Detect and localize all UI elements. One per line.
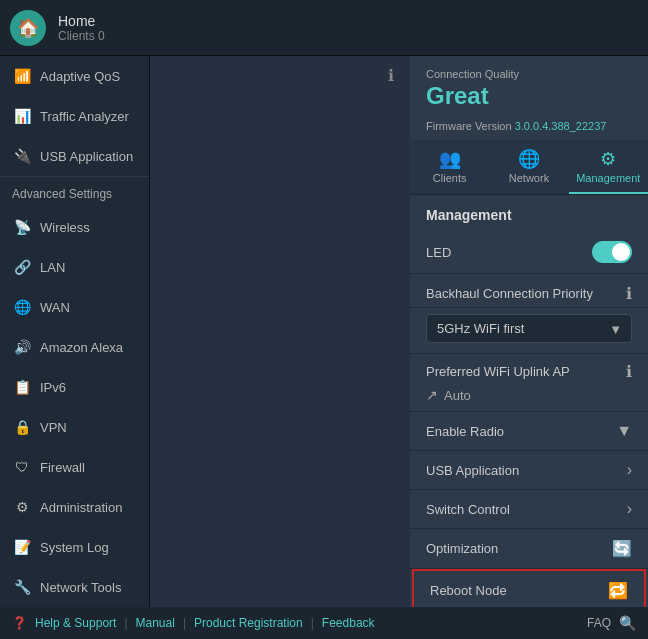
reboot-node-row[interactable]: Reboot Node 🔁	[412, 569, 646, 607]
ipv6-icon: 📋	[12, 377, 32, 397]
sidebar-item-traffic-analyzer[interactable]: 📊 Traffic Analyzer	[0, 96, 149, 136]
optimization-row[interactable]: Optimization 🔄	[410, 529, 648, 569]
footer-left: ❓ Help & Support | Manual | Product Regi…	[12, 616, 375, 630]
backhaul-dropdown-row: 5GHz WiFi first 2.4GHz WiFi first Ethern…	[410, 308, 648, 354]
enable-radio-chevron: ▼	[616, 422, 632, 440]
led-label: LED	[426, 245, 451, 260]
traffic-analyzer-icon: 📊	[12, 106, 32, 126]
backhaul-dropdown-wrapper: 5GHz WiFi first 2.4GHz WiFi first Ethern…	[426, 314, 632, 343]
firmware-label: Firmware Version	[426, 120, 512, 132]
preferred-wifi-section: Preferred WiFi Uplink AP ℹ ↗ Auto	[410, 354, 648, 412]
sidebar-item-amazon-alexa[interactable]: 🔊 Amazon Alexa	[0, 327, 149, 367]
enable-radio-row[interactable]: Enable Radio ▼	[410, 412, 648, 451]
tab-management[interactable]: ⚙ Management	[569, 140, 648, 194]
adaptive-qos-icon: 📶	[12, 66, 32, 86]
firewall-icon: 🛡	[12, 457, 32, 477]
connection-quality: Connection Quality Great	[410, 56, 648, 120]
sidebar-item-system-log[interactable]: 📝 System Log	[0, 527, 149, 567]
sidebar-label-wan: WAN	[40, 300, 70, 315]
wireless-icon: 📡	[12, 217, 32, 237]
info-icon[interactable]: ℹ	[388, 66, 394, 85]
sidebar-label-firewall: Firewall	[40, 460, 85, 475]
sidebar-item-vpn[interactable]: 🔒 VPN	[0, 407, 149, 447]
sidebar-label-ipv6: IPv6	[40, 380, 66, 395]
clients-tab-icon: 👥	[414, 148, 485, 170]
external-link-icon: ↗	[426, 387, 438, 403]
optimization-label: Optimization	[426, 541, 498, 556]
led-row[interactable]: LED	[410, 231, 648, 274]
enable-radio-label: Enable Radio	[426, 424, 504, 439]
usb-application-label: USB Application	[426, 463, 519, 478]
search-icon[interactable]: 🔍	[619, 615, 636, 631]
connection-quality-label: Connection Quality	[426, 68, 632, 80]
preferred-wifi-header: Preferred WiFi Uplink AP ℹ	[426, 362, 632, 381]
sidebar-label-system-log: System Log	[40, 540, 109, 555]
product-registration-link[interactable]: Product Registration	[194, 616, 303, 630]
tab-clients-label: Clients	[433, 172, 467, 184]
network-tab-icon: 🌐	[493, 148, 564, 170]
sidebar-label-usb-application: USB Application	[40, 149, 133, 164]
info-banner: ℹ	[150, 56, 410, 95]
tab-network-label: Network	[509, 172, 549, 184]
switch-control-row[interactable]: Switch Control ›	[410, 490, 648, 529]
sidebar-label-administration: Administration	[40, 500, 122, 515]
tabs: 👥 Clients 🌐 Network ⚙ Management	[410, 140, 648, 195]
sidebar-label-amazon-alexa: Amazon Alexa	[40, 340, 123, 355]
usb-application-row[interactable]: USB Application ›	[410, 451, 648, 490]
backhaul-priority-info-icon[interactable]: ℹ	[626, 284, 632, 303]
led-toggle[interactable]	[592, 241, 632, 263]
preferred-wifi-label: Preferred WiFi Uplink AP	[426, 364, 570, 379]
sidebar-item-adaptive-qos[interactable]: 📶 Adaptive QoS	[0, 56, 149, 96]
backhaul-priority-select[interactable]: 5GHz WiFi first 2.4GHz WiFi first Ethern…	[426, 314, 632, 343]
sidebar-label-lan: LAN	[40, 260, 65, 275]
home-router-icon: 🏠	[10, 10, 46, 46]
optimization-icon: 🔄	[612, 539, 632, 558]
vpn-icon: 🔒	[12, 417, 32, 437]
switch-control-label: Switch Control	[426, 502, 510, 517]
backhaul-priority-row: Backhaul Connection Priority ℹ	[410, 274, 648, 308]
sidebar-label-traffic-analyzer: Traffic Analyzer	[40, 109, 129, 124]
system-log-icon: 📝	[12, 537, 32, 557]
backhaul-priority-label: Backhaul Connection Priority	[426, 286, 593, 301]
management-panel: Management LED Backhaul Connection Prior…	[410, 195, 648, 607]
sidebar-item-ipv6[interactable]: 📋 IPv6	[0, 367, 149, 407]
home-label: Home	[58, 13, 105, 29]
sidebar-item-wan[interactable]: 🌐 WAN	[0, 287, 149, 327]
preferred-wifi-info-icon[interactable]: ℹ	[626, 362, 632, 381]
manual-link[interactable]: Manual	[136, 616, 175, 630]
sidebar-item-network-tools[interactable]: 🔧 Network Tools	[0, 567, 149, 607]
sidebar-item-usb-application[interactable]: 🔌 USB Application	[0, 136, 149, 176]
top-nav-info: Home Clients 0	[58, 13, 105, 43]
firmware-line: Firmware Version 3.0.0.4.388_22237	[410, 120, 648, 140]
tab-network[interactable]: 🌐 Network	[489, 140, 568, 194]
firmware-version[interactable]: 3.0.0.4.388_22237	[515, 120, 607, 132]
footer-right: FAQ 🔍	[587, 615, 636, 631]
administration-icon: ⚙	[12, 497, 32, 517]
help-icon: ❓	[12, 616, 27, 630]
usb-application-chevron: ›	[627, 461, 632, 479]
sidebar-item-wireless[interactable]: 📡 Wireless	[0, 207, 149, 247]
footer: ❓ Help & Support | Manual | Product Regi…	[0, 607, 648, 639]
sidebar-item-lan[interactable]: 🔗 LAN	[0, 247, 149, 287]
network-tools-icon: 🔧	[12, 577, 32, 597]
tab-clients[interactable]: 👥 Clients	[410, 140, 489, 194]
connection-quality-value: Great	[426, 82, 632, 110]
content-area: ℹ	[150, 56, 410, 607]
amazon-alexa-icon: 🔊	[12, 337, 32, 357]
wifi-uplink-auto-label: Auto	[444, 388, 471, 403]
main-layout: 📶 Adaptive QoS 📊 Traffic Analyzer 🔌 USB …	[0, 56, 648, 607]
clients-label: Clients 0	[58, 29, 105, 43]
sidebar-label-wireless: Wireless	[40, 220, 90, 235]
management-title: Management	[410, 195, 648, 231]
feedback-link[interactable]: Feedback	[322, 616, 375, 630]
wifi-uplink-auto[interactable]: ↗ Auto	[426, 387, 632, 403]
reboot-node-icon: 🔁	[608, 581, 628, 600]
sidebar-label-vpn: VPN	[40, 420, 67, 435]
switch-control-chevron: ›	[627, 500, 632, 518]
reboot-node-label: Reboot Node	[430, 583, 507, 598]
help-support-link[interactable]: Help & Support	[35, 616, 116, 630]
sidebar-label-network-tools: Network Tools	[40, 580, 121, 595]
sidebar-item-administration[interactable]: ⚙ Administration	[0, 487, 149, 527]
right-panel: Connection Quality Great Firmware Versio…	[410, 56, 648, 607]
sidebar-item-firewall[interactable]: 🛡 Firewall	[0, 447, 149, 487]
